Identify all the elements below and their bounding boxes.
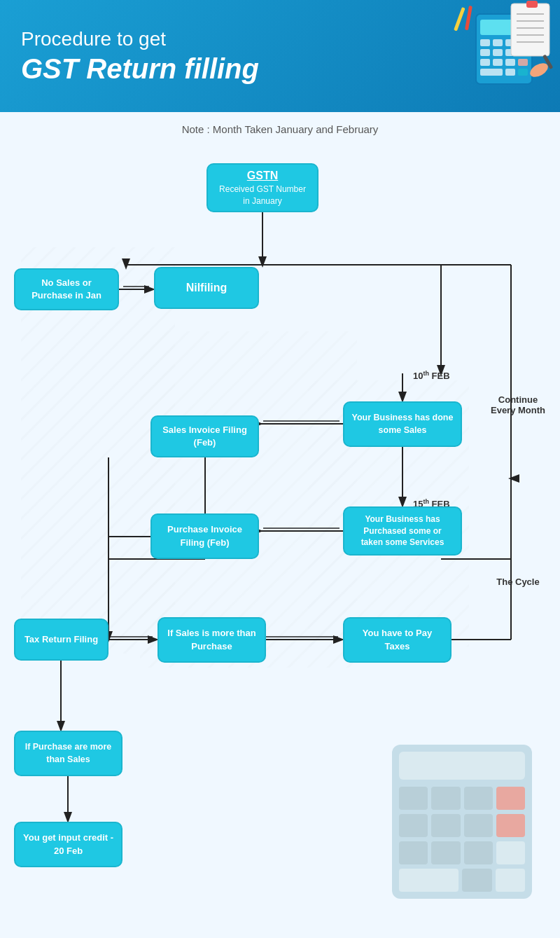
calc-btn (399, 787, 428, 810)
no-sales-box: No Sales or Purchase in Jan (14, 268, 119, 310)
calc-btn (496, 787, 525, 810)
svg-rect-16 (518, 69, 528, 76)
calc-btn (496, 814, 525, 837)
svg-rect-3 (493, 39, 503, 46)
header-illustration (420, 0, 560, 112)
svg-rect-6 (480, 49, 490, 56)
calc-btn (431, 841, 460, 864)
svg-rect-12 (505, 59, 515, 66)
svg-rect-15 (505, 69, 515, 76)
flowchart: GSTN Received GST Number in January No S… (0, 142, 560, 913)
biz-purchase-box: Your Business has Purchased some or take… (343, 506, 462, 556)
svg-rect-23 (526, 1, 538, 8)
calc-row-3 (399, 841, 525, 864)
calc-btn (399, 841, 428, 864)
calc-row-1 (399, 787, 525, 810)
note: Note : Month Taken January and February (0, 123, 560, 135)
calc-btn (399, 814, 428, 837)
svg-rect-11 (493, 59, 503, 66)
tax-return-box: Tax Return Filing (14, 619, 108, 661)
gstn-title: GSTN (215, 168, 310, 184)
header: Procedure to get GST Return filling (0, 0, 560, 112)
calc-btn (431, 814, 460, 837)
calc-btn (464, 814, 493, 837)
gstn-box: GSTN Received GST Number in January (206, 163, 318, 212)
if-purchase-more-box: If Purchase are more than Sales (14, 731, 122, 776)
continue-label: ContinueEvery Month (490, 394, 546, 415)
svg-rect-2 (480, 39, 490, 46)
svg-rect-10 (480, 59, 490, 66)
calc-btn (431, 787, 460, 810)
pay-taxes-box: You have to Pay Taxes (343, 617, 451, 663)
svg-rect-13 (518, 59, 528, 66)
svg-rect-14 (480, 69, 503, 76)
biz-sales-box: Your Business has done some Sales (343, 401, 462, 447)
calc-btn (496, 841, 525, 864)
date-10th-feb: 10th FEB (413, 370, 450, 381)
calc-row-2 (399, 814, 525, 837)
nilfiling-box: Nilfiling (154, 267, 259, 309)
calc-body (392, 745, 532, 899)
gstn-body: Received GST Number in January (215, 184, 310, 207)
svg-rect-17 (511, 4, 550, 56)
calc-btn (496, 869, 526, 892)
svg-rect-7 (493, 49, 503, 56)
sales-invoice-box: Sales Invoice Filing (Feb) (150, 415, 259, 457)
calc-btn (399, 869, 458, 892)
purchase-invoice-box: Purchase Invoice Filing (Feb) (150, 513, 259, 559)
calc-btn (464, 841, 493, 864)
svg-rect-27 (465, 6, 472, 30)
calc-btn (462, 869, 492, 892)
if-sales-more-box: If Sales is more than Purchase (158, 617, 266, 663)
calc-btn (464, 787, 493, 810)
input-credit-box: You get input credit - 20 Feb (14, 822, 122, 867)
calc-row-4 (399, 869, 525, 892)
cycle-label: The Cycle (490, 577, 546, 587)
calculator-decoration (392, 745, 532, 899)
calc-screen (399, 752, 525, 780)
svg-rect-26 (454, 7, 465, 32)
